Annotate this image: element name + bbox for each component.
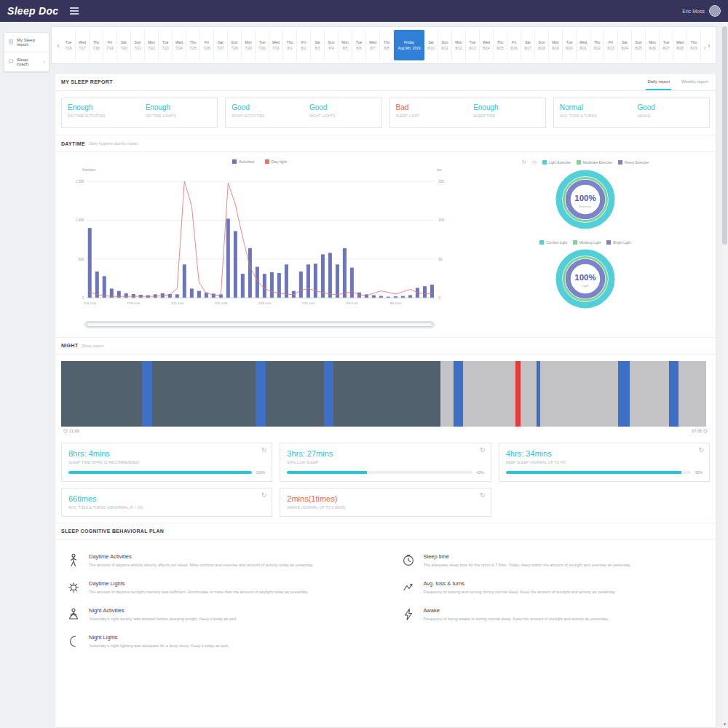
date-cell[interactable]: Sun8/4 <box>325 30 339 60</box>
refresh-icon[interactable]: ↻ <box>522 159 526 165</box>
date-cell[interactable]: Sat8/3 <box>311 30 325 60</box>
date-cell[interactable]: Sat8/10 <box>424 30 438 60</box>
date-cell[interactable]: Sat8/24 <box>618 30 632 60</box>
progress-percent: 95% <box>695 470 703 475</box>
stat-label: SLEEP TIME (8HRS IS RECOMMENDED) <box>68 461 265 464</box>
date-cell[interactable]: Tue8/13 <box>466 30 480 60</box>
stat-progress: 100% <box>68 470 265 475</box>
summary-cell: EnoughDAYTIME LIGHTS <box>140 98 218 127</box>
sidebar-item-sleep-coach[interactable]: Sleep coach › <box>4 52 49 71</box>
date-cell[interactable]: Wed8/21 <box>577 30 590 60</box>
coach-icon <box>8 58 14 66</box>
svg-text:500: 500 <box>79 258 84 261</box>
progress-percent: 43% <box>477 470 484 475</box>
plan-item-title: Night Activities <box>89 607 237 614</box>
timeline-segment-toss <box>256 361 265 427</box>
refresh-icon[interactable]: ↻ <box>261 446 267 454</box>
date-cell[interactable]: Sun8/11 <box>438 30 452 60</box>
tab-daily-report[interactable]: Daily report <box>646 74 671 90</box>
date-cell[interactable]: Thu8/22 <box>590 30 604 60</box>
clock-icon[interactable]: ◷ <box>532 159 537 165</box>
date-cell[interactable]: Thu8/1 <box>283 30 297 60</box>
scroll-down-arrow[interactable]: ▼ <box>721 722 728 727</box>
date-cell[interactable]: Fri7/26 <box>200 30 214 60</box>
date-cell[interactable]: Tue8/6 <box>352 30 366 60</box>
scrollbar-thumb[interactable] <box>722 26 727 245</box>
progress-fill <box>68 471 252 474</box>
date-cell[interactable]: Mon8/26 <box>646 30 660 60</box>
summary-value: Good <box>309 103 376 111</box>
date-cell[interactable]: Thu8/15 <box>494 30 507 60</box>
date-cell[interactable]: Mon8/12 <box>452 30 466 60</box>
user-avatar[interactable] <box>709 5 721 17</box>
date-cell[interactable]: Tue7/23 <box>159 30 173 60</box>
date-cell[interactable]: Fri7/19 <box>103 30 117 60</box>
slider-handle[interactable] <box>87 323 432 327</box>
summary-value: Bad <box>396 103 462 111</box>
date-cell[interactable]: Wed7/17 <box>76 30 90 60</box>
next-dates-arrow[interactable]: › <box>705 41 713 50</box>
date-cell[interactable]: Wed8/28 <box>673 30 687 60</box>
date-cell[interactable]: Wed7/24 <box>173 30 186 60</box>
date-cell[interactable]: Sat7/27 <box>214 30 228 60</box>
app-logo[interactable]: Sleep Doc <box>7 5 58 17</box>
date-cell[interactable]: Thu8/8 <box>380 30 394 60</box>
chevron-right-icon: › <box>44 60 45 65</box>
date-cell[interactable]: Fri8/2 <box>297 30 311 60</box>
prev-dates-arrow[interactable]: ‹ <box>55 41 62 50</box>
page-scrollbar[interactable]: ▼ <box>721 22 728 728</box>
svg-text:lux: lux <box>437 168 442 172</box>
menu-icon[interactable] <box>70 7 79 15</box>
date-cell[interactable]: Fri8/23 <box>604 30 618 60</box>
summary-label: DAYTIME ACTIVITIES <box>68 114 134 118</box>
date-cell[interactable]: Thu7/25 <box>186 30 200 60</box>
refresh-icon[interactable]: ↻ <box>698 446 704 454</box>
stat-card: ↻2mins(1times)AWAKE (NORMAL UP TO 5 MINS… <box>280 488 491 517</box>
sidebar: My Sleep report Sleep coach › <box>4 32 50 72</box>
donut-column: ↻◷Light ExerciseModerate ExerciseHeavy E… <box>462 157 708 328</box>
plan-item-title: Awake <box>424 607 609 614</box>
date-cell[interactable]: Sat7/20 <box>117 30 131 60</box>
svg-text:7/31 0:00: 7/31 0:00 <box>301 301 314 305</box>
date-cell[interactable]: Thu8/29 <box>687 30 701 60</box>
refresh-icon[interactable]: ↻ <box>261 491 267 499</box>
stat-value: 4hrs: 34mins <box>506 449 703 458</box>
report-tabs: Daily reportWeekly report <box>646 74 710 90</box>
date-cell-today[interactable]: FridayAug 9th, 2019 <box>394 30 424 60</box>
sidebar-item-my-sleep-report[interactable]: My Sleep report <box>4 33 49 52</box>
date-cell[interactable]: Wed8/14 <box>480 30 494 60</box>
night-subtitle: Sleep report <box>82 344 103 348</box>
timeline-end-label: 07:05 <box>692 429 709 433</box>
date-cell[interactable]: Sun8/25 <box>632 30 646 60</box>
report-icon <box>8 39 14 46</box>
refresh-icon[interactable]: ↻ <box>480 491 486 499</box>
date-cell[interactable]: Sat8/17 <box>521 30 535 60</box>
date-cell[interactable]: Mon7/22 <box>145 30 159 60</box>
date-cell[interactable]: Sun8/18 <box>535 30 549 60</box>
stat-card: ↻4hrs: 34minsDEEP SLEEP (NORMAL UP TO 4H… <box>499 443 710 482</box>
date-cell[interactable]: Mon8/19 <box>549 30 563 60</box>
walk-icon <box>67 553 82 569</box>
summary-cell: EnoughSLEEP TIME <box>467 98 545 127</box>
timeline-segment-toss <box>618 361 630 427</box>
summary-cell: GoodAWAKE <box>631 98 709 127</box>
date-cell[interactable]: Sun7/28 <box>228 30 242 60</box>
date-cell[interactable]: Tue8/20 <box>563 30 577 60</box>
plan-content: Avg. toss & turnsFrequency of tossing an… <box>424 580 616 595</box>
plan-item: Avg. toss & turnsFrequency of tossing an… <box>402 574 705 601</box>
date-cell[interactable]: Wed8/7 <box>366 30 380 60</box>
date-cell[interactable]: Thu7/18 <box>90 30 103 60</box>
date-cell[interactable]: Tue7/16 <box>62 30 76 60</box>
date-cell[interactable]: Sun7/21 <box>131 30 145 60</box>
date-cell[interactable]: Tue8/27 <box>660 30 673 60</box>
report-header: MY SLEEP REPORT Daily reportWeekly repor… <box>55 74 716 91</box>
tab-weekly-report[interactable]: Weekly report <box>680 74 710 90</box>
date-cell[interactable]: Fri8/16 <box>507 30 521 60</box>
date-cell[interactable]: Mon7/29 <box>242 30 256 60</box>
date-cell[interactable]: Mon8/5 <box>339 30 352 60</box>
date-cell[interactable]: Tue7/30 <box>256 30 269 60</box>
refresh-icon[interactable]: ↻ <box>480 446 486 454</box>
timeline-segment-deep <box>333 361 440 427</box>
chart-range-slider[interactable] <box>84 321 435 328</box>
date-cell[interactable]: Wed7/31 <box>269 30 283 60</box>
